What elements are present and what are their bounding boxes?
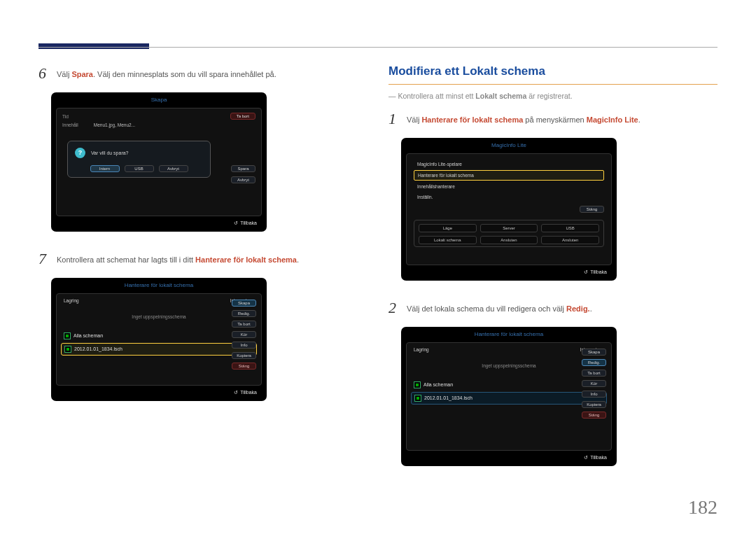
panel-body: Lagring Internminne Inget uppspelningssc… bbox=[56, 293, 262, 386]
return-icon: ↺ bbox=[584, 455, 588, 461]
save-popup: ? Var vill du spara? Intern USB Avbryt bbox=[67, 141, 211, 178]
bold-text: Lokalt schema bbox=[475, 92, 526, 100]
val-content: Menu1.jpg, Menu2... bbox=[94, 122, 135, 127]
panel-body: MagicInfo Lite-spelare Hanterare för lok… bbox=[406, 153, 612, 265]
lbl-tid: Tid bbox=[62, 114, 69, 119]
txt: Kontrollera att minst ett bbox=[398, 92, 475, 100]
all-schemas-row[interactable]: Alla scheman bbox=[61, 330, 257, 342]
panel-title: Skapa bbox=[51, 92, 267, 106]
right-column: Modifiera ett Lokalt schema Kontrollera … bbox=[388, 64, 718, 484]
redig-button[interactable]: Redig. bbox=[582, 359, 606, 366]
menu-item-innehall[interactable]: Innehållshanterare bbox=[414, 182, 604, 191]
menu-item-install[interactable]: Inställn. bbox=[414, 192, 604, 202]
skapa-button[interactable]: Skapa bbox=[582, 349, 606, 356]
panel-hanterare-left: Hanterare för lokalt schema Lagring Inte… bbox=[51, 278, 267, 401]
magic-menu: MagicInfo Lite-spelare Hanterare för lok… bbox=[414, 160, 604, 202]
foot-text: Tillbaka bbox=[590, 455, 607, 460]
foot-text: Tillbaka bbox=[240, 220, 257, 225]
grid-val-lage: Lokalt schema bbox=[419, 236, 477, 244]
txt: Kontrollera att schemat har lagts till i… bbox=[57, 255, 195, 264]
side-buttons: Skapa Redig. Ta bort Kör Info Kopiera St… bbox=[232, 300, 256, 370]
stang-button[interactable]: Stäng bbox=[582, 412, 606, 419]
kopiera-button[interactable]: Kopiera bbox=[582, 401, 606, 408]
panel-skapa: Skapa Tid Innehåll Menu1.jpg, Menu2... T… bbox=[51, 92, 267, 232]
header-divider bbox=[38, 47, 718, 48]
spara-button[interactable]: Spara bbox=[231, 165, 255, 172]
grid-head-usb: USB bbox=[541, 224, 599, 232]
no-schedule-text: Inget uppspelningsschema bbox=[411, 363, 607, 368]
checkbox-icon bbox=[64, 333, 74, 338]
info-button[interactable]: Info bbox=[232, 342, 256, 349]
txt: på menyskärmen bbox=[523, 115, 586, 124]
status-grid: Läge Server USB Lokalt schema Ansluten A… bbox=[414, 220, 604, 247]
step-2-text: Välj det lokala schema du vill redigera … bbox=[407, 299, 592, 317]
lagring-label: Lagring bbox=[64, 298, 79, 303]
bold1: Hanterare för lokalt schema bbox=[421, 115, 523, 124]
stang-button[interactable]: Stäng bbox=[232, 363, 256, 370]
step-number: 2 bbox=[388, 299, 407, 317]
kor-button[interactable]: Kör bbox=[232, 331, 256, 338]
no-schedule-text: Inget uppspelningsschema bbox=[61, 314, 257, 319]
txt: Välj det lokala schema du vill redigera … bbox=[407, 304, 566, 313]
checkbox-icon bbox=[414, 395, 424, 400]
step-1: 1 Välj Hanterare för lokalt schema på me… bbox=[388, 110, 718, 128]
all-schemas-row[interactable]: Alla scheman bbox=[411, 379, 607, 391]
txt: . bbox=[638, 115, 640, 124]
grid-val-usb: Ansluten bbox=[541, 236, 599, 244]
grid-head-server: Server bbox=[480, 224, 538, 232]
bold-redig: Redig. bbox=[566, 304, 590, 313]
grid-head-lage: Läge bbox=[419, 224, 477, 232]
stang-button[interactable]: Stäng bbox=[580, 206, 604, 213]
panel-magicinfo: MagicInfo Lite MagicInfo Lite-spelare Ha… bbox=[401, 138, 617, 281]
all-label: Alla scheman bbox=[424, 382, 453, 387]
schedule-item[interactable]: 2012.01.01_1834.lsch bbox=[61, 343, 257, 356]
kor-button[interactable]: Kör bbox=[582, 380, 606, 387]
tabort-button[interactable]: Ta bort bbox=[582, 370, 606, 377]
section-divider bbox=[388, 84, 718, 85]
foot-text: Tillbaka bbox=[590, 269, 607, 274]
panel-title: MagicInfo Lite bbox=[401, 138, 617, 151]
lbl-innehall: Innehåll bbox=[62, 122, 78, 127]
txt: är registrerat. bbox=[526, 92, 572, 100]
tabort-button[interactable]: Ta bort bbox=[232, 321, 256, 328]
tabort-button[interactable]: Ta bort bbox=[230, 113, 255, 120]
step-1-text: Välj Hanterare för lokalt schema på meny… bbox=[407, 110, 640, 128]
section-title: Modifiera ett Lokalt schema bbox=[388, 64, 718, 78]
popup-intern[interactable]: Intern bbox=[90, 165, 120, 172]
bold2: MagicInfo Lite bbox=[587, 115, 638, 124]
menu-item-hanterare[interactable]: Hanterare för lokalt schema bbox=[414, 170, 604, 181]
kopiera-button[interactable]: Kopiera bbox=[232, 352, 256, 359]
info-button[interactable]: Info bbox=[582, 391, 606, 398]
menu-item-player[interactable]: MagicInfo Lite-spelare bbox=[414, 160, 604, 169]
panel-body: Tid Innehåll Menu1.jpg, Menu2... Ta bort… bbox=[56, 108, 262, 216]
panel-title: Hanterare för lokalt schema bbox=[51, 278, 267, 291]
step-number: 1 bbox=[388, 110, 407, 128]
panel-foot: ↺Tillbaka bbox=[401, 454, 617, 463]
lagring-label: Lagring bbox=[414, 347, 429, 352]
step-number: 6 bbox=[38, 64, 57, 83]
panel-body: Lagring Internminne Inget uppspelningssc… bbox=[406, 342, 612, 451]
header-accent-bar bbox=[38, 43, 149, 49]
txt: . bbox=[297, 255, 299, 264]
schedule-item[interactable]: 2012.01.01_1834.lsch bbox=[411, 392, 607, 405]
return-icon: ↺ bbox=[584, 269, 588, 275]
avbryt-button[interactable]: Avbryt bbox=[231, 176, 255, 183]
panel-foot: ↺Tillbaka bbox=[401, 268, 617, 278]
popup-avbryt[interactable]: Avbryt bbox=[159, 165, 188, 172]
question-icon: ? bbox=[75, 148, 85, 158]
popup-usb[interactable]: USB bbox=[125, 165, 154, 172]
sched-filename: 2012.01.01_1834.lsch bbox=[424, 395, 472, 400]
grid-val-server: Ansluten bbox=[480, 236, 538, 244]
step-7: 7 Kontrollera att schemat har lagts till… bbox=[38, 250, 368, 268]
bold-hant: Hanterare för lokalt schema bbox=[195, 255, 297, 264]
bold-spara: Spara bbox=[71, 70, 93, 78]
panel-title: Hanterare för lokalt schema bbox=[401, 327, 617, 340]
side-buttons: Skapa Redig. Ta bort Kör Info Kopiera St… bbox=[582, 349, 606, 419]
step-7-text: Kontrollera att schemat har lagts till i… bbox=[57, 250, 299, 268]
panel-foot: ↺Tillbaka bbox=[51, 219, 267, 229]
checkbox-icon bbox=[64, 346, 74, 351]
skapa-button[interactable]: Skapa bbox=[232, 300, 256, 307]
panel-foot: ↺Tillbaka bbox=[51, 388, 267, 398]
return-icon: ↺ bbox=[234, 390, 238, 395]
redig-button[interactable]: Redig. bbox=[232, 310, 256, 317]
